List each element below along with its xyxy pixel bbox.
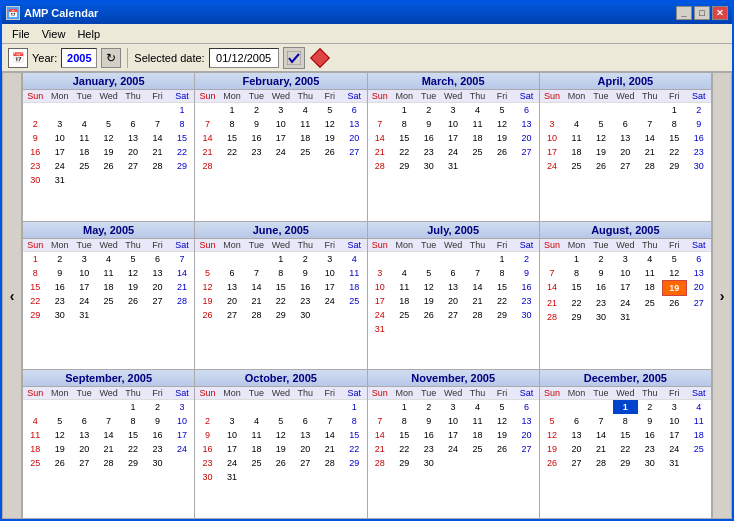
day-29[interactable]: 29 <box>662 159 686 173</box>
day-17[interactable]: 17 <box>170 428 194 442</box>
day-19[interactable]: 19 <box>318 131 342 145</box>
day-30[interactable]: 30 <box>589 310 613 324</box>
day-3[interactable]: 3 <box>220 414 244 428</box>
day-28[interactable]: 28 <box>244 308 268 322</box>
day-11[interactable]: 11 <box>96 266 120 280</box>
day-7[interactable]: 7 <box>465 266 489 280</box>
day-4[interactable]: 4 <box>687 400 711 414</box>
day-2[interactable]: 2 <box>23 117 47 131</box>
day-6[interactable]: 6 <box>441 266 465 280</box>
day-26[interactable]: 26 <box>416 308 440 322</box>
day-18[interactable]: 18 <box>687 428 711 442</box>
day-28[interactable]: 28 <box>368 456 392 470</box>
day-10[interactable]: 10 <box>662 414 686 428</box>
day-20[interactable]: 20 <box>72 442 96 456</box>
day-21[interactable]: 21 <box>170 280 194 294</box>
day-12[interactable]: 12 <box>416 280 440 294</box>
day-1[interactable]: 1 <box>392 103 416 117</box>
day-5[interactable]: 5 <box>416 266 440 280</box>
day-20[interactable]: 20 <box>564 442 588 456</box>
day-8[interactable]: 8 <box>170 117 194 131</box>
day-24[interactable]: 24 <box>47 159 71 173</box>
day-22[interactable]: 22 <box>392 145 416 159</box>
day-13[interactable]: 13 <box>687 266 711 280</box>
day-28[interactable]: 28 <box>195 159 219 173</box>
check-button[interactable] <box>283 47 305 69</box>
day-11[interactable]: 11 <box>687 414 711 428</box>
day-22[interactable]: 22 <box>564 296 588 310</box>
day-30[interactable]: 30 <box>145 456 169 470</box>
day-24[interactable]: 24 <box>441 145 465 159</box>
day-11[interactable]: 11 <box>564 131 588 145</box>
day-17[interactable]: 17 <box>662 428 686 442</box>
day-31[interactable]: 31 <box>441 159 465 173</box>
day-17[interactable]: 17 <box>318 280 342 294</box>
day-28[interactable]: 28 <box>96 456 120 470</box>
day-25[interactable]: 25 <box>687 442 711 456</box>
day-8[interactable]: 8 <box>23 266 47 280</box>
day-4[interactable]: 4 <box>72 117 96 131</box>
day-17[interactable]: 17 <box>368 294 392 308</box>
day-20[interactable]: 20 <box>441 294 465 308</box>
day-12[interactable]: 12 <box>490 414 514 428</box>
day-24[interactable]: 24 <box>220 456 244 470</box>
day-3[interactable]: 3 <box>540 117 564 131</box>
day-19[interactable]: 19 <box>490 131 514 145</box>
day-24[interactable]: 24 <box>170 442 194 456</box>
day-23[interactable]: 23 <box>23 159 47 173</box>
day-12[interactable]: 12 <box>540 428 564 442</box>
day-26[interactable]: 26 <box>540 456 564 470</box>
day-9[interactable]: 9 <box>23 131 47 145</box>
selected-date-input[interactable] <box>209 48 279 68</box>
day-7[interactable]: 7 <box>368 414 392 428</box>
day-17[interactable]: 17 <box>540 145 564 159</box>
day-18[interactable]: 18 <box>564 145 588 159</box>
day-7[interactable]: 7 <box>170 252 194 266</box>
day-21[interactable]: 21 <box>465 294 489 308</box>
day-5[interactable]: 5 <box>662 252 686 266</box>
day-15[interactable]: 15 <box>121 428 145 442</box>
day-6[interactable]: 6 <box>121 117 145 131</box>
day-5[interactable]: 5 <box>47 414 71 428</box>
day-10[interactable]: 10 <box>318 266 342 280</box>
day-24[interactable]: 24 <box>318 294 342 308</box>
day-14[interactable]: 14 <box>368 428 392 442</box>
day-10[interactable]: 10 <box>47 131 71 145</box>
day-12[interactable]: 12 <box>195 280 219 294</box>
day-24[interactable]: 24 <box>441 442 465 456</box>
day-17[interactable]: 17 <box>613 280 637 296</box>
day-22[interactable]: 22 <box>613 442 637 456</box>
day-17[interactable]: 17 <box>220 442 244 456</box>
day-16[interactable]: 16 <box>47 280 71 294</box>
day-28[interactable]: 28 <box>589 456 613 470</box>
day-25[interactable]: 25 <box>465 442 489 456</box>
day-15[interactable]: 15 <box>23 280 47 294</box>
day-22[interactable]: 22 <box>170 145 194 159</box>
day-10[interactable]: 10 <box>170 414 194 428</box>
day-12[interactable]: 12 <box>490 117 514 131</box>
day-13[interactable]: 13 <box>514 117 538 131</box>
day-31[interactable]: 31 <box>613 310 637 324</box>
day-5[interactable]: 5 <box>589 117 613 131</box>
day-2[interactable]: 2 <box>47 252 71 266</box>
day-8[interactable]: 8 <box>564 266 588 280</box>
day-13[interactable]: 13 <box>72 428 96 442</box>
year-input[interactable] <box>61 48 97 68</box>
day-28[interactable]: 28 <box>465 308 489 322</box>
day-21[interactable]: 21 <box>145 145 169 159</box>
day-12[interactable]: 12 <box>121 266 145 280</box>
day-26[interactable]: 26 <box>318 145 342 159</box>
day-13[interactable]: 13 <box>514 414 538 428</box>
prev-button[interactable]: ‹ <box>2 72 22 519</box>
day-15[interactable]: 15 <box>490 280 514 294</box>
day-15[interactable]: 15 <box>662 131 686 145</box>
day-30[interactable]: 30 <box>514 308 538 322</box>
day-22[interactable]: 22 <box>392 442 416 456</box>
day-22[interactable]: 22 <box>490 294 514 308</box>
day-19[interactable]: 19 <box>96 145 120 159</box>
day-13[interactable]: 13 <box>342 117 366 131</box>
day-12[interactable]: 12 <box>662 266 686 280</box>
day-17[interactable]: 17 <box>441 131 465 145</box>
day-28[interactable]: 28 <box>638 159 662 173</box>
day-1[interactable]: 1 <box>121 400 145 414</box>
